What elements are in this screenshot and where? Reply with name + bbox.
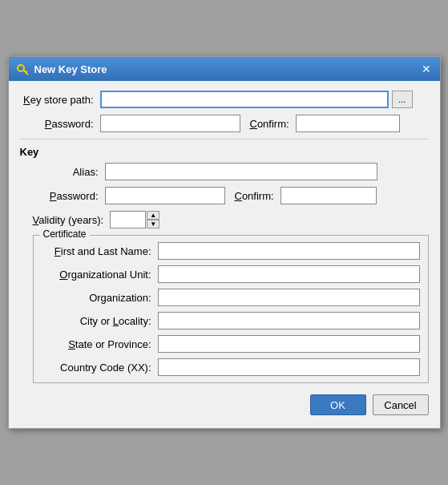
cert-city-label: City or Locality: xyxy=(42,315,158,327)
cert-country-row: Country Code (XX): xyxy=(42,358,420,376)
spinner-down-button[interactable]: ▼ xyxy=(147,220,159,228)
title-bar: New Key Store ✕ xyxy=(9,57,440,81)
password-confirm-input[interactable] xyxy=(296,115,400,132)
cert-state-input[interactable] xyxy=(158,335,420,353)
keystore-path-label: Key store path: xyxy=(20,94,100,106)
password-row: Password: Confirm: xyxy=(20,115,429,132)
cert-city-row: City or Locality: xyxy=(42,312,420,329)
certificate-title: Certificate xyxy=(40,228,90,240)
cert-organization-label: Organization: xyxy=(42,292,158,304)
alias-label: Alias: xyxy=(33,166,105,178)
key-section: Alias: Password: Confirm: Validity (year… xyxy=(20,163,429,383)
ok-button[interactable]: OK xyxy=(310,394,366,415)
new-key-store-dialog: New Key Store ✕ Key store path: ... Pass… xyxy=(8,56,441,429)
confirm-label: Confirm: xyxy=(240,118,296,130)
spinner-up-button[interactable]: ▲ xyxy=(147,211,159,220)
cert-org-unit-row: Organizational Unit: xyxy=(42,265,420,283)
key-password-input[interactable] xyxy=(105,187,225,204)
cert-city-input[interactable] xyxy=(158,312,420,329)
key-confirm-label: Confirm: xyxy=(225,190,281,202)
title-bar-left: New Key Store xyxy=(15,62,107,76)
cert-org-unit-input[interactable] xyxy=(158,265,420,283)
cert-first-last-name-input[interactable] xyxy=(158,242,420,260)
alias-input[interactable] xyxy=(105,163,377,180)
cert-country-label: Country Code (XX): xyxy=(42,362,158,374)
key-password-row: Password: Confirm: xyxy=(33,187,429,204)
keystore-path-row: Key store path: ... xyxy=(20,91,429,108)
keystore-path-input-group: ... xyxy=(100,91,413,108)
cert-state-label: State or Province: xyxy=(42,338,158,350)
dialog-body: Key store path: ... Password: Confirm: K… xyxy=(9,81,440,428)
certificate-section: Certificate First and Last Name: Organiz… xyxy=(33,235,429,383)
password-input[interactable] xyxy=(100,115,240,132)
key-store-icon xyxy=(15,62,30,76)
key-password-confirm-input[interactable] xyxy=(281,187,377,204)
cert-organization-row: Organization: xyxy=(42,289,420,306)
spinner-buttons: ▲ ▼ xyxy=(147,211,159,228)
key-password-label: Password: xyxy=(33,190,105,202)
svg-line-2 xyxy=(26,71,27,72)
password-label: Password: xyxy=(20,118,100,130)
validity-row: Validity (years): 25 ▲ ▼ xyxy=(33,211,429,228)
cert-organization-input[interactable] xyxy=(158,289,420,306)
validity-label: Validity (years): xyxy=(33,214,111,226)
validity-spinner: 25 ▲ ▼ xyxy=(110,211,159,228)
cert-country-input[interactable] xyxy=(158,358,420,376)
cancel-button[interactable]: Cancel xyxy=(373,394,429,415)
button-row: OK Cancel xyxy=(20,394,429,418)
close-button[interactable]: ✕ xyxy=(419,62,434,76)
dialog-title: New Key Store xyxy=(34,63,107,75)
validity-input[interactable]: 25 xyxy=(110,211,146,228)
keystore-path-input[interactable] xyxy=(100,91,389,108)
cert-first-last-name-row: First and Last Name: xyxy=(42,242,420,260)
alias-row: Alias: xyxy=(33,163,429,180)
cert-first-last-name-label: First and Last Name: xyxy=(42,245,158,257)
key-section-label: Key xyxy=(20,146,429,158)
cert-state-row: State or Province: xyxy=(42,335,420,353)
cert-org-unit-label: Organizational Unit: xyxy=(42,269,158,281)
section-divider xyxy=(20,139,429,139)
browse-button[interactable]: ... xyxy=(392,91,413,108)
